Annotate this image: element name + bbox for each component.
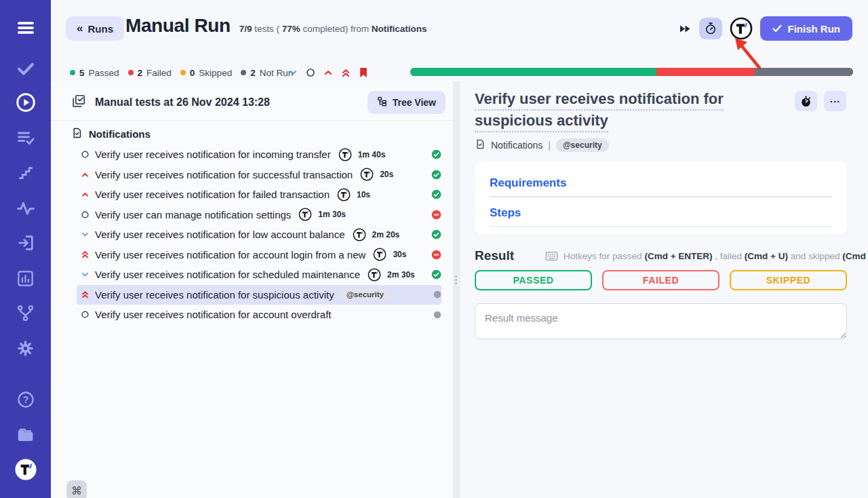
test-row[interactable]: Verify user receives notification for fa…: [77, 185, 441, 205]
doc-icon: [475, 138, 486, 152]
svg-text:?: ?: [22, 394, 28, 405]
back-to-runs-button[interactable]: « Runs: [66, 16, 124, 41]
suite-doc-icon: [71, 127, 83, 141]
run-progress-subtitle: 7/9 tests ( 77% completed) from Notifica…: [239, 24, 427, 34]
timer-button[interactable]: [699, 18, 722, 39]
runs-play-icon[interactable]: [0, 91, 51, 114]
test-row[interactable]: Verify user receives notification for lo…: [77, 225, 441, 245]
test-duration: 1m 40s: [358, 150, 386, 159]
status-notrun-icon: [433, 290, 441, 299]
panel-splitter[interactable]: [453, 81, 460, 498]
priority-up-double-icon: [80, 250, 90, 259]
test-row[interactable]: Verify user can manage notification sett…: [77, 205, 441, 225]
skipped-count: 0Skipped: [180, 68, 232, 78]
test-detail-panel: Verify user receives notification for su…: [461, 81, 868, 498]
status-passed-icon: [431, 229, 441, 240]
priority-up-icon: [80, 190, 90, 199]
test-title: Verify user receives notification for in…: [95, 149, 331, 160]
command-shortcut-badge[interactable]: ⌘: [66, 480, 87, 498]
status-passed-icon: [431, 149, 441, 159]
priority-chevrons-up-icon[interactable]: [341, 68, 351, 78]
status-passed-icon: [431, 189, 441, 199]
import-exit-icon[interactable]: [0, 231, 51, 254]
priority-chevron-down-icon[interactable]: [288, 68, 298, 77]
steps-icon[interactable]: [0, 161, 51, 185]
priority-none-icon: [80, 310, 90, 319]
suite-name: Notifications: [89, 128, 151, 140]
skipped-dot-icon: [180, 70, 186, 75]
tests-panel: Manual tests at 26 Nov 2024 13:28 Tree V…: [51, 81, 453, 498]
test-row[interactable]: Verify user receives notification for su…: [77, 165, 441, 185]
priority-up-icon: [80, 170, 90, 179]
status-failed-icon: [431, 210, 441, 220]
tree-view-button[interactable]: Tree View: [368, 91, 446, 114]
settings-gear-icon[interactable]: [0, 337, 51, 360]
branch-icon[interactable]: [0, 301, 51, 324]
suite-header[interactable]: Notifications: [71, 127, 151, 141]
help-icon[interactable]: ?: [0, 388, 51, 411]
activity-pulse-icon[interactable]: [0, 197, 51, 220]
left-sidebar: ?: [0, 0, 51, 498]
test-title: Verify user receives notification for sc…: [95, 269, 360, 280]
result-header-row: Result Hotkeys for passed (Cmd + ENTER) …: [475, 248, 847, 263]
progress-bar: [410, 68, 853, 76]
test-row[interactable]: Verify user receives notification for in…: [77, 145, 441, 165]
progress-segment-notrun: [755, 68, 853, 76]
test-title: Verify user receives notification for ac…: [95, 249, 366, 261]
security-tag-badge[interactable]: @security: [556, 138, 609, 152]
analytics-chart-icon[interactable]: [0, 267, 51, 290]
hotkeys-hint: Hotkeys for passed (Cmd + ENTER) , faile…: [545, 250, 868, 262]
fast-forward-icon[interactable]: [679, 24, 690, 33]
priority-filters: [288, 67, 368, 78]
result-message-input[interactable]: [475, 303, 847, 339]
projects-folder-icon[interactable]: [0, 423, 51, 446]
breadcrumb-suite[interactable]: Notifications: [491, 140, 542, 151]
steps-section-link[interactable]: Steps: [490, 206, 521, 220]
hotkey-text: and skipped: [788, 251, 842, 261]
double-chevron-left-icon: «: [77, 22, 83, 34]
failed-button[interactable]: FAILED: [602, 270, 719, 290]
requirements-section-link[interactable]: Requirements: [490, 176, 566, 190]
passed-button[interactable]: PASSED: [475, 270, 592, 290]
test-row[interactable]: Verify user receives notification for sc…: [77, 265, 441, 285]
test-tag-badge[interactable]: @security: [340, 289, 390, 301]
priority-none-icon: [80, 150, 90, 159]
finish-run-button[interactable]: Finish Run: [760, 16, 853, 41]
run-title: Manual tests at 26 Nov 2024 13:28: [95, 96, 270, 109]
progress-segment-passed: [410, 68, 656, 76]
priority-circle-icon[interactable]: [306, 68, 315, 77]
plans-list-check-icon[interactable]: [0, 126, 51, 149]
testomat-logo-icon: [368, 268, 381, 282]
progress-segment-failed: [656, 68, 755, 76]
priority-down-icon: [80, 230, 90, 239]
run-checklist-icon: [71, 94, 86, 111]
test-title: Verify user receives notification for fa…: [95, 189, 330, 200]
testomat-logo-icon: [360, 168, 374, 181]
test-timer-button[interactable]: [795, 91, 817, 111]
test-duration: 1m 30s: [318, 210, 346, 219]
skipped-button[interactable]: SKIPPED: [730, 270, 847, 290]
notrun-count: 2Not Run: [241, 68, 293, 78]
testomat-logo-icon: [337, 188, 351, 202]
test-row[interactable]: Verify user receives notification for ac…: [77, 305, 441, 325]
app-logo-icon[interactable]: [0, 458, 51, 481]
priority-bookmark-icon[interactable]: [359, 67, 368, 78]
test-detail-title[interactable]: Verify user receives notification for su…: [475, 88, 799, 132]
tests-check-icon[interactable]: [0, 57, 51, 80]
test-title: Verify user receives notification for su…: [95, 169, 353, 180]
verdict-buttons: PASSED FAILED SKIPPED: [475, 270, 847, 290]
hotkey-text: Hotkeys for passed: [564, 251, 644, 261]
page-title: Manual Run: [125, 15, 231, 37]
test-title: Verify user receives notification for ac…: [95, 309, 332, 320]
divider: [51, 120, 453, 121]
passed-dot-icon: [70, 70, 75, 75]
menu-icon[interactable]: [0, 16, 51, 39]
test-row[interactable]: Verify user receives notification for su…: [77, 285, 441, 305]
divider: [490, 226, 832, 227]
account-logo-icon[interactable]: [730, 17, 753, 40]
priority-none-icon: [80, 210, 90, 219]
stopwatch-icon: [704, 22, 717, 35]
priority-chevron-up-icon[interactable]: [323, 68, 333, 77]
more-options-button[interactable]: ...: [824, 91, 846, 111]
test-row[interactable]: Verify user receives notification for ac…: [77, 245, 441, 265]
